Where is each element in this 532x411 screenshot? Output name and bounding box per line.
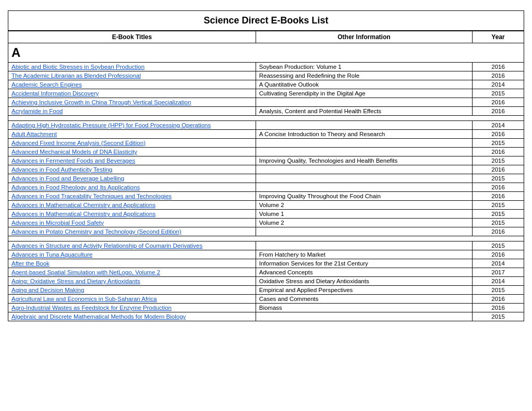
col-header-other: Other Information xyxy=(256,31,472,43)
book-title-link[interactable]: Accidental Information Discovery xyxy=(11,90,99,96)
table-row: Advances in Microbial Food SafetyVolume … xyxy=(8,219,524,227)
book-title-cell: Academic Search Engines xyxy=(8,80,256,89)
section-header: A xyxy=(8,43,524,63)
book-title-link[interactable]: Adapting High Hydrostatic Pressure (HPP)… xyxy=(11,122,211,128)
table-row: Algebraic and Discrete Mathematical Meth… xyxy=(8,312,524,321)
book-title-link[interactable]: Advances in Structure and Activity Relat… xyxy=(11,243,202,249)
book-year-cell: 2015 xyxy=(473,139,524,148)
book-title-link[interactable]: After the Book xyxy=(11,260,50,267)
book-other-cell: Information Services for the 21st Centur… xyxy=(256,259,472,268)
book-year-cell: 2014 xyxy=(473,121,524,130)
book-year-cell: 2015 xyxy=(473,174,524,183)
book-year-cell: 2014 xyxy=(473,259,524,268)
ebook-table: E-Book Titles Other Information Year AAb… xyxy=(8,31,524,321)
book-title-link[interactable]: Advances in Food Rheology and Its Applic… xyxy=(11,184,140,190)
book-title-cell: Algebraic and Discrete Mathematical Meth… xyxy=(8,312,256,321)
book-year-cell: 2015 xyxy=(473,286,524,295)
table-row: Aging and Decision MakingEmpirical and A… xyxy=(8,286,524,295)
book-title-link[interactable]: Academic Search Engines xyxy=(11,81,82,88)
book-title-cell: Acrylamide in Food xyxy=(8,107,256,116)
book-title-link[interactable]: Agricultural Law and Economics in Sub-Sa… xyxy=(11,296,157,302)
table-row: Advances in Tuna AquacultureFrom Hatcher… xyxy=(8,250,524,259)
book-other-cell: Soybean Production: Volume 1 xyxy=(256,63,472,71)
book-title-link[interactable]: Advances in Microbial Food Safety xyxy=(11,220,104,226)
book-title-link[interactable]: Advances in Food and Beverage Labelling xyxy=(11,175,124,182)
book-year-cell: 2017 xyxy=(473,268,524,277)
book-title-link[interactable]: Advances in Food Traceability Techniques… xyxy=(11,193,172,199)
book-title-cell: Advances in Tuna Aquaculture xyxy=(8,250,256,259)
table-row: Adult AttachmentA Concise Introduction t… xyxy=(8,130,524,139)
table-row xyxy=(8,236,524,241)
book-title-link[interactable]: Agro-Industrial Wastes as Feedstock for … xyxy=(11,305,172,311)
book-title-link[interactable]: Achieving Inclusive Growth in China Thro… xyxy=(11,99,191,105)
book-other-cell xyxy=(256,148,472,156)
book-title-link[interactable]: Advanced Mechanical Models of DNA Elasti… xyxy=(11,149,137,155)
book-year-cell: 2015 xyxy=(473,312,524,321)
book-other-cell xyxy=(256,174,472,183)
table-row: Advances in Food Rheology and Its Applic… xyxy=(8,183,524,192)
book-title-link[interactable]: Agent-based Spatial Simulation with NetL… xyxy=(11,269,160,275)
book-other-cell xyxy=(256,183,472,192)
book-other-cell xyxy=(256,139,472,148)
book-title-cell: After the Book xyxy=(8,259,256,268)
book-title-link[interactable]: Acrylamide in Food xyxy=(11,108,63,114)
book-other-cell xyxy=(256,227,472,236)
book-year-cell: 2016 xyxy=(473,107,524,116)
book-year-cell: 2016 xyxy=(473,63,524,71)
book-other-cell: A Concise Introduction to Theory and Res… xyxy=(256,130,472,139)
book-title-cell: Advances in Food Rheology and Its Applic… xyxy=(8,183,256,192)
book-title-link[interactable]: Advanced Fixed Income Analysis (Second E… xyxy=(11,140,146,146)
book-year-cell: 2014 xyxy=(473,80,524,89)
table-row: Advances in Mathematical Chemistry and A… xyxy=(8,210,524,219)
table-row: Accidental Information DiscoveryCultivat… xyxy=(8,89,524,98)
book-title-link[interactable]: Abiotic and Biotic Stresses in Soybean P… xyxy=(11,64,144,70)
book-title-cell: Advances in Microbial Food Safety xyxy=(8,219,256,227)
table-row: Adapting High Hydrostatic Pressure (HPP)… xyxy=(8,121,524,130)
book-other-cell: Cases and Comments xyxy=(256,295,472,304)
empty-cell xyxy=(8,236,524,241)
table-row: Achieving Inclusive Growth in China Thro… xyxy=(8,98,524,107)
book-year-cell: 2015 xyxy=(473,156,524,165)
book-title-link[interactable]: Aging: Oxidative Stress and Dietary Anti… xyxy=(11,278,140,284)
book-title-link[interactable]: Advances in Mathematical Chemistry and A… xyxy=(11,202,155,208)
book-year-cell: 2016 xyxy=(473,227,524,236)
book-title-cell: Agro-Industrial Wastes as Feedstock for … xyxy=(8,304,256,312)
book-other-cell: Volume 2 xyxy=(256,219,472,227)
table-row: The Academic Librarian as Blended Profes… xyxy=(8,71,524,80)
book-year-cell: 2016 xyxy=(473,148,524,156)
empty-cell xyxy=(8,116,524,121)
book-title-cell: Adult Attachment xyxy=(8,130,256,139)
book-title-link[interactable]: Advances in Mathematical Chemistry and A… xyxy=(11,211,155,217)
book-title-link[interactable]: Advances in Potato Chemistry and Technol… xyxy=(11,228,182,235)
book-year-cell: 2016 xyxy=(473,130,524,139)
book-title-cell: Advances in Structure and Activity Relat… xyxy=(8,241,256,250)
book-title-link[interactable]: Advances in Food Authenticity Testing xyxy=(11,166,113,173)
book-title-cell: Accidental Information Discovery xyxy=(8,89,256,98)
book-title-link[interactable]: Aging and Decision Making xyxy=(11,287,84,293)
table-row: Aging: Oxidative Stress and Dietary Anti… xyxy=(8,277,524,286)
table-row: Advances in Structure and Activity Relat… xyxy=(8,241,524,250)
book-other-cell: Empirical and Applied Perspectives xyxy=(256,286,472,295)
book-title-link[interactable]: The Academic Librarian as Blended Profes… xyxy=(11,72,141,79)
book-title-link[interactable]: Advances in Tuna Aquaculture xyxy=(11,251,92,258)
book-title-link[interactable]: Adult Attachment xyxy=(11,131,57,137)
book-year-cell: 2015 xyxy=(473,201,524,210)
book-year-cell: 2015 xyxy=(473,219,524,227)
table-row: Advances in Food and Beverage Labelling2… xyxy=(8,174,524,183)
book-title-link[interactable]: Algebraic and Discrete Mathematical Meth… xyxy=(11,313,186,320)
book-other-cell: Advanced Concepts xyxy=(256,268,472,277)
book-title-cell: Aging and Decision Making xyxy=(8,286,256,295)
book-other-cell: Oxidative Stress and Dietary Antioxidant… xyxy=(256,277,472,286)
book-year-cell: 2016 xyxy=(473,183,524,192)
table-row: Agricultural Law and Economics in Sub-Sa… xyxy=(8,295,524,304)
table-row: Advances in Fermented Foods and Beverage… xyxy=(8,156,524,165)
book-title-cell: Advanced Fixed Income Analysis (Second E… xyxy=(8,139,256,148)
book-title-link[interactable]: Advances in Fermented Foods and Beverage… xyxy=(11,158,135,164)
book-year-cell: 2015 xyxy=(473,241,524,250)
book-other-cell xyxy=(256,312,472,321)
table-row: Abiotic and Biotic Stresses in Soybean P… xyxy=(8,63,524,71)
table-row: Agent-based Spatial Simulation with NetL… xyxy=(8,268,524,277)
section-letter: A xyxy=(8,43,524,63)
table-row: Advances in Food Traceability Techniques… xyxy=(8,192,524,201)
book-other-cell xyxy=(256,98,472,107)
